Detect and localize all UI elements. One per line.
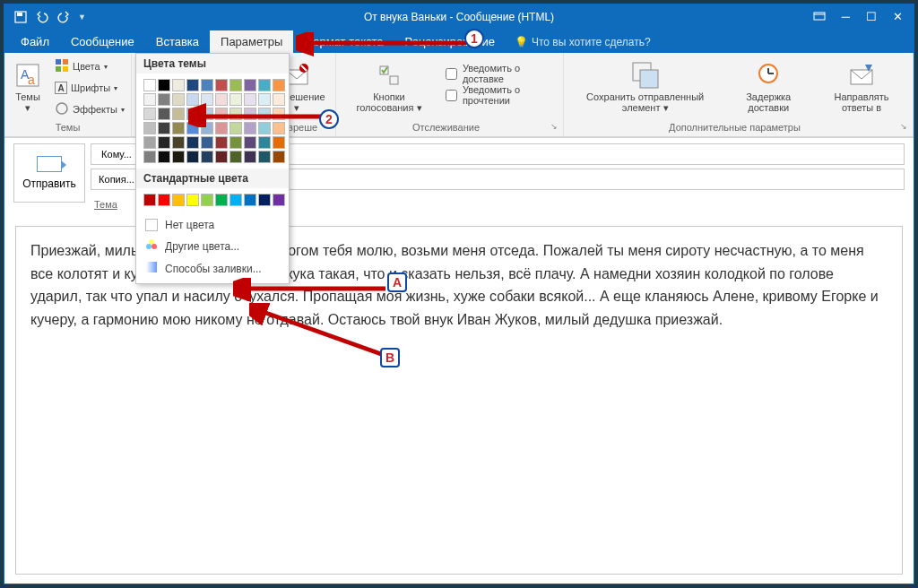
save-icon[interactable] xyxy=(13,10,28,24)
color-swatch[interactable] xyxy=(273,151,285,163)
redo-icon[interactable] xyxy=(56,10,71,24)
color-swatch[interactable] xyxy=(172,194,185,206)
color-swatch[interactable] xyxy=(158,93,170,106)
color-swatch[interactable] xyxy=(273,79,285,91)
tab-review[interactable]: Рецензирование xyxy=(394,30,506,53)
color-swatch[interactable] xyxy=(230,136,242,149)
color-swatch[interactable] xyxy=(158,136,170,149)
tell-me-search[interactable]: 💡 Что вы хотите сделать? xyxy=(515,36,651,53)
themes-button[interactable]: Aa Темы▾ xyxy=(10,55,46,119)
color-swatch[interactable] xyxy=(215,194,228,206)
close-icon[interactable]: ✕ xyxy=(893,10,903,25)
color-swatch[interactable] xyxy=(143,93,156,106)
color-swatch[interactable] xyxy=(273,122,285,134)
color-swatch[interactable] xyxy=(172,79,185,91)
color-swatch[interactable] xyxy=(186,194,199,206)
color-swatch[interactable] xyxy=(143,79,156,91)
color-swatch[interactable] xyxy=(186,151,199,163)
theme-effects-button[interactable]: Эффекты▾ xyxy=(51,99,128,119)
color-swatch[interactable] xyxy=(201,136,213,149)
color-swatch[interactable] xyxy=(215,79,228,91)
color-swatch[interactable] xyxy=(244,79,256,91)
tab-file[interactable]: Файл xyxy=(10,30,60,53)
undo-icon[interactable] xyxy=(35,10,49,24)
tab-format-text[interactable]: Формат текста xyxy=(293,30,394,53)
color-swatch[interactable] xyxy=(186,136,199,149)
color-swatch[interactable] xyxy=(244,122,256,134)
color-swatch[interactable] xyxy=(258,79,271,91)
delivery-receipt-checkbox[interactable]: Уведомить о доставке xyxy=(442,64,558,83)
color-swatch[interactable] xyxy=(258,93,271,106)
color-swatch[interactable] xyxy=(172,122,185,134)
color-swatch[interactable] xyxy=(186,79,199,91)
color-swatch[interactable] xyxy=(230,79,242,91)
color-swatch[interactable] xyxy=(258,136,271,149)
color-swatch[interactable] xyxy=(230,151,242,163)
qat-more-icon[interactable]: ▼ xyxy=(78,13,86,22)
color-swatch[interactable] xyxy=(143,122,156,134)
color-swatch[interactable] xyxy=(201,93,213,106)
color-swatch[interactable] xyxy=(201,122,213,134)
theme-fonts-button[interactable]: A Шрифты▾ xyxy=(51,78,128,98)
color-swatch[interactable] xyxy=(230,122,242,134)
color-swatch[interactable] xyxy=(215,136,228,149)
color-swatch[interactable] xyxy=(143,136,156,149)
color-swatch[interactable] xyxy=(201,79,213,91)
color-swatch[interactable] xyxy=(273,108,285,120)
color-swatch[interactable] xyxy=(143,108,156,120)
color-swatch[interactable] xyxy=(186,108,199,120)
more-launcher-icon[interactable]: ↘ xyxy=(900,122,907,131)
color-swatch[interactable] xyxy=(158,194,170,206)
color-swatch[interactable] xyxy=(186,122,199,134)
ribbon-display-icon[interactable] xyxy=(813,10,826,25)
color-swatch[interactable] xyxy=(230,194,242,206)
fill-effects-item[interactable]: Способы заливки... xyxy=(136,257,289,280)
direct-replies-button[interactable]: Направлять ответы в xyxy=(816,55,907,119)
no-color-item[interactable]: Нет цвета xyxy=(136,215,289,235)
tab-options[interactable]: Параметры xyxy=(210,30,293,53)
color-swatch[interactable] xyxy=(244,93,256,106)
color-swatch[interactable] xyxy=(258,108,271,120)
color-swatch[interactable] xyxy=(230,108,242,120)
color-swatch[interactable] xyxy=(172,108,185,120)
color-swatch[interactable] xyxy=(258,151,271,163)
color-swatch[interactable] xyxy=(244,151,256,163)
color-swatch[interactable] xyxy=(215,93,228,106)
color-swatch[interactable] xyxy=(201,194,213,206)
color-swatch[interactable] xyxy=(215,108,228,120)
color-swatch[interactable] xyxy=(244,194,256,206)
color-swatch[interactable] xyxy=(172,93,185,106)
maximize-icon[interactable]: ☐ xyxy=(866,10,877,25)
color-swatch[interactable] xyxy=(258,194,271,206)
color-swatch[interactable] xyxy=(143,151,156,163)
voting-buttons[interactable]: Кнопки голосования ▾ xyxy=(342,55,437,119)
color-swatch[interactable] xyxy=(143,194,156,206)
save-sent-item-button[interactable]: Сохранить отправленный элемент ▾ xyxy=(569,55,721,119)
color-swatch[interactable] xyxy=(186,93,199,106)
color-swatch[interactable] xyxy=(215,122,228,134)
color-swatch[interactable] xyxy=(172,136,185,149)
color-swatch[interactable] xyxy=(158,79,170,91)
color-swatch[interactable] xyxy=(158,122,170,134)
color-swatch[interactable] xyxy=(273,93,285,106)
color-swatch[interactable] xyxy=(158,151,170,163)
color-swatch[interactable] xyxy=(258,122,271,134)
color-swatch[interactable] xyxy=(172,151,185,163)
color-swatch[interactable] xyxy=(215,151,228,163)
color-swatch[interactable] xyxy=(201,151,213,163)
send-button[interactable]: Отправить xyxy=(13,143,85,203)
color-swatch[interactable] xyxy=(244,108,256,120)
more-colors-item[interactable]: Другие цвета... xyxy=(136,235,289,257)
color-swatch[interactable] xyxy=(273,194,285,206)
color-swatch[interactable] xyxy=(273,136,285,149)
minimize-icon[interactable]: ─ xyxy=(842,10,850,25)
tab-message[interactable]: Сообщение xyxy=(60,30,145,53)
color-swatch[interactable] xyxy=(158,108,170,120)
color-swatch[interactable] xyxy=(230,93,242,106)
read-receipt-checkbox[interactable]: Уведомить о прочтении xyxy=(442,85,558,105)
color-swatch[interactable] xyxy=(201,108,213,120)
theme-colors-button[interactable]: Цвета▾ xyxy=(51,56,128,76)
tracking-launcher-icon[interactable]: ↘ xyxy=(550,122,558,131)
color-swatch[interactable] xyxy=(244,136,256,149)
delay-delivery-button[interactable]: Задержка доставки xyxy=(726,55,810,119)
